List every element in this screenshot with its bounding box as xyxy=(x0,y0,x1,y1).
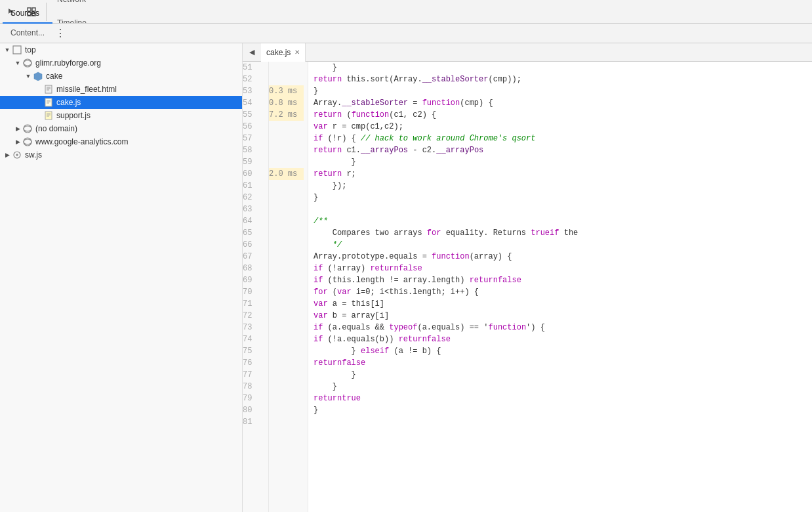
tree-items: ▼top▼glimr.rubyforge.org▼cakemissile_fle… xyxy=(0,43,242,161)
timing-cell xyxy=(269,333,304,345)
line-number: 79 xyxy=(243,393,264,404)
nav-tab-network[interactable]: Network xyxy=(49,0,110,12)
code-line: /** xyxy=(314,215,812,227)
timing-cell xyxy=(269,263,304,274)
line-number: 80 xyxy=(243,404,264,416)
timing-cell xyxy=(269,298,304,310)
timing-cell xyxy=(269,133,304,144)
timing-cell xyxy=(269,144,304,156)
tree-item-top[interactable]: ▼top xyxy=(0,43,242,56)
tree-item-cake[interactable]: ▼cake xyxy=(0,70,242,83)
code-line: } xyxy=(314,156,812,168)
more-options-button[interactable]: ⋮ xyxy=(52,26,68,41)
line-number: 76 xyxy=(243,357,264,369)
tree-arrow xyxy=(34,98,43,107)
tree-item-sw-js[interactable]: ▶sw.js xyxy=(0,148,242,161)
main-layout: ▼top▼glimr.rubyforge.org▼cakemissile_fle… xyxy=(0,43,812,512)
line-number: 68 xyxy=(243,263,264,274)
line-number: 61 xyxy=(243,180,264,192)
line-number: 56 xyxy=(243,121,264,133)
tree-item-icon xyxy=(33,71,43,81)
tree-item-icon xyxy=(43,110,54,121)
code-line: } xyxy=(314,85,812,97)
code-line: return false xyxy=(314,357,812,369)
tree-item-missile-fleet-html[interactable]: missile_fleet.html xyxy=(0,83,242,96)
tree-arrow: ▼ xyxy=(13,58,22,68)
tree-arrow: ▶ xyxy=(3,150,12,160)
code-line: return (function(c1, c2) { xyxy=(314,109,812,121)
code-line: Compares two arrays for equality. Return… xyxy=(314,227,812,239)
code-line: if (a.equals && typeof(a.equals) == 'fun… xyxy=(314,322,812,333)
tree-item-glimr-rubyforge-org[interactable]: ▼glimr.rubyforge.org xyxy=(0,56,242,70)
file-tab-cake-js[interactable]: cake.js ✕ xyxy=(261,43,306,62)
line-number: 65 xyxy=(243,227,264,239)
code-line: Array.__stableSorter = function(cmp) { xyxy=(314,97,812,109)
code-line: for (var i=0; i<this.length; i++) { xyxy=(314,286,812,298)
timing-cell xyxy=(269,62,304,74)
tree-item-label: support.js xyxy=(56,111,91,120)
svg-point-5 xyxy=(24,60,31,66)
tree-item-label: missile_fleet.html xyxy=(56,85,117,94)
tree-item-label: cake.js xyxy=(56,98,81,107)
code-line: if (this.length != array.length) return … xyxy=(314,274,812,286)
code-line: if (!a.equals(b)) return false xyxy=(314,333,812,345)
navigate-back-button[interactable]: ◀ xyxy=(245,46,258,59)
timing-cell: 2.0 ms xyxy=(269,168,304,180)
code-editor[interactable]: 5152535455565758596061626364656667686970… xyxy=(243,62,812,512)
timing-cell xyxy=(269,322,304,333)
timing-cell xyxy=(269,393,304,404)
tree-item-support-js[interactable]: support.js xyxy=(0,109,242,122)
timing-cell: 0.8 ms xyxy=(269,97,304,109)
tree-item--no-domain-[interactable]: ▶(no domain) xyxy=(0,122,242,135)
file-tabs: ◀ cake.js ✕ xyxy=(243,43,812,62)
timing-cell: 0.3 ms xyxy=(269,85,304,97)
sub-tab-content[interactable]: Content... xyxy=(3,24,52,43)
line-number: 60 xyxy=(243,168,264,180)
tree-item-icon xyxy=(43,84,54,95)
line-number: 71 xyxy=(243,298,264,310)
line-number: 59 xyxy=(243,156,264,168)
top-nav-tabs: ElementsConsoleSourcesApplicationNetwork… xyxy=(49,0,110,24)
tree-item-label: top xyxy=(25,45,36,54)
code-line: } else if (a != b) { xyxy=(314,345,812,357)
line-number: 51 xyxy=(243,62,264,74)
timing-cell xyxy=(269,357,304,369)
line-number: 63 xyxy=(243,203,264,215)
code-line: return r; xyxy=(314,168,812,180)
svg-point-21 xyxy=(24,139,31,144)
code-line xyxy=(314,416,812,428)
sub-tab-sources[interactable]: Sources xyxy=(3,4,52,24)
sub-nav: SourcesContent...Snippets ⋮ xyxy=(0,24,812,43)
tree-item-www-google-analytics-com[interactable]: ▶www.google-analytics.com xyxy=(0,135,242,148)
timing-cell xyxy=(269,203,304,215)
top-nav: ElementsConsoleSourcesApplicationNetwork… xyxy=(0,0,812,24)
file-tab-close[interactable]: ✕ xyxy=(294,49,300,56)
timing-cell xyxy=(269,345,304,357)
tree-item-icon xyxy=(22,58,33,68)
line-number: 69 xyxy=(243,274,264,286)
line-number: 57 xyxy=(243,133,264,144)
tree-item-icon xyxy=(12,150,22,160)
code-line: } xyxy=(314,62,812,74)
line-number: 54 xyxy=(243,97,264,109)
timing-column: 0.3 ms0.8 ms7.2 ms2.0 ms xyxy=(269,62,308,512)
timing-cell xyxy=(269,156,304,168)
code-line: var r = cmp(c1,c2); xyxy=(314,121,812,133)
line-number: 73 xyxy=(243,322,264,333)
tree-arrow xyxy=(34,85,43,94)
code-line: */ xyxy=(314,239,812,251)
line-number: 52 xyxy=(243,74,264,85)
tree-arrow: ▶ xyxy=(13,124,22,133)
line-number: 55 xyxy=(243,109,264,121)
timing-cell xyxy=(269,416,304,428)
tree-item-icon xyxy=(22,123,33,134)
code-lines: } return this.sort(Array.__stableSorter(… xyxy=(308,62,812,512)
svg-rect-4 xyxy=(13,46,21,54)
nav-tab-timeline[interactable]: Timeline xyxy=(49,12,110,24)
tree-arrow xyxy=(34,111,43,120)
timing-cell xyxy=(269,404,304,416)
tree-item-cake-js[interactable]: cake.js xyxy=(0,96,242,109)
code-line: } xyxy=(314,192,812,203)
timing-cell xyxy=(269,239,304,251)
line-number: 66 xyxy=(243,239,264,251)
